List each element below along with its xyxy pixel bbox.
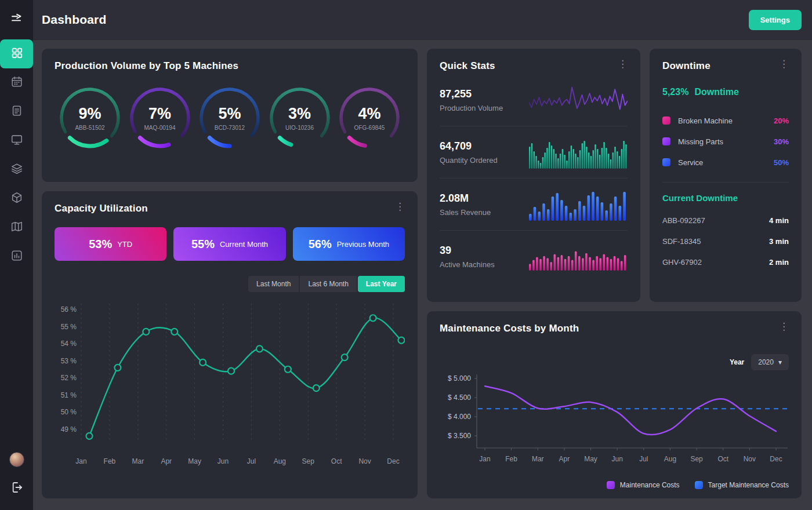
sidebar-item-analytics[interactable] (0, 242, 33, 271)
sparkline-quantity-ordered (529, 136, 628, 169)
menu-toggle-button[interactable] (0, 0, 33, 39)
avatar (9, 452, 24, 467)
downtime-item-missing-parts: Missing Parts 30% (662, 131, 789, 152)
gauge-machine-4: 3%UIO-10236 (267, 85, 333, 151)
kebab-menu-icon[interactable]: ⋮ (775, 57, 792, 71)
current-downtime-row: GHV-67902 2 min (662, 252, 789, 272)
calendar-icon (10, 75, 23, 90)
svg-text:$ 4.000: $ 4.000 (448, 413, 471, 421)
downtime-item-label: Missing Parts (678, 137, 723, 146)
year-value: 2020 (758, 358, 774, 366)
machine-id: ABB-092267 (662, 216, 705, 225)
page-title: Dashboard (42, 13, 107, 27)
downtime-item-percent: 50% (774, 158, 789, 167)
production-volume-card: Production Volume by Top 5 Machines 9%AB… (42, 49, 418, 182)
legend-label: Target Maintenance Costs (708, 481, 789, 489)
downtime-percent: 5,23% (662, 87, 688, 97)
stat-label: Production Volume (440, 104, 515, 112)
downtime-breakdown: Broken Machine 20% Missing Parts 30% Ser… (662, 110, 789, 173)
map-icon (10, 220, 23, 235)
gauge-machine-id: BCD-73012 (215, 125, 245, 131)
svg-text:May: May (188, 457, 201, 465)
svg-text:Apr: Apr (559, 455, 570, 463)
svg-text:49 %: 49 % (61, 425, 77, 434)
svg-text:Mar: Mar (132, 457, 144, 465)
year-label: Year (730, 358, 744, 366)
gauge-machine-5: 4%OFG-69845 (336, 85, 403, 151)
chevron-down-icon: ▾ (778, 358, 782, 366)
gauge-value: 5% (218, 105, 241, 123)
svg-text:Jun: Jun (217, 457, 229, 465)
capacity-utilization-card: Capacity Utilization ⋮ 53% YTD 55% Curre… (42, 191, 418, 498)
package-cube-icon (10, 191, 23, 206)
legend-chip-purple (662, 137, 670, 145)
sidebar-item-dashboard[interactable] (0, 39, 33, 68)
sidebar-item-calendar[interactable] (0, 68, 33, 97)
svg-text:May: May (584, 455, 597, 463)
downtime-item-label: Broken Machine (678, 116, 733, 125)
stat-sales-revenue: 2.08M Sales Revenue (440, 178, 628, 230)
gauge-machine-id: UIO-10236 (285, 125, 314, 131)
sidebar-item-report[interactable] (0, 97, 33, 126)
svg-text:$ 5.000: $ 5.000 (448, 374, 471, 382)
svg-text:Sep: Sep (302, 457, 315, 465)
pill-label: Current Month (220, 240, 268, 249)
sidebar-spacer (0, 271, 33, 445)
svg-text:Jan: Jan (479, 455, 490, 463)
menu-arrow-icon (10, 12, 24, 28)
svg-text:54 %: 54 % (61, 340, 77, 348)
tab-last-6-month[interactable]: Last 6 Month (300, 276, 356, 292)
sidebar-item-monitor[interactable] (0, 126, 33, 155)
report-document-icon (10, 104, 23, 119)
pill-label: Previous Month (337, 240, 389, 249)
downtime-item-service: Service 50% (662, 152, 789, 173)
sparkline-production-volume (529, 82, 628, 118)
legend-chip-pink (662, 116, 670, 125)
bar-chart-icon (10, 249, 23, 264)
user-avatar-button[interactable] (0, 445, 33, 474)
downtime-item-label: Service (678, 158, 703, 167)
gauge-value: 9% (78, 105, 101, 123)
stat-active-machines: 39 Active Machines (440, 231, 628, 282)
stat-label: Active Machines (440, 260, 515, 269)
legend-target-maintenance-costs: Target Maintenance Costs (695, 481, 789, 489)
sidebar-item-layers[interactable] (0, 155, 33, 184)
sparkline-sales-revenue (529, 188, 628, 221)
kebab-menu-icon[interactable]: ⋮ (392, 199, 408, 214)
kebab-menu-icon[interactable]: ⋮ (775, 319, 792, 334)
legend-label: Maintenance Costs (620, 481, 680, 489)
settings-button[interactable]: Settings (749, 10, 802, 30)
capacity-pills-row: 53% YTD 55% Current Month 56% Previous M… (55, 227, 405, 261)
stat-label: Quantity Ordered (440, 156, 515, 165)
downtime-minutes: 3 min (769, 237, 789, 246)
sidebar-item-package[interactable] (0, 184, 33, 213)
capacity-line-chart: JanFebMarAprMayJunJulAugSepOctNovDec56 %… (55, 297, 405, 471)
year-select[interactable]: 2020 ▾ (751, 354, 789, 370)
logout-button[interactable] (0, 474, 33, 503)
downtime-highlight: 5,23% Downtime (662, 87, 789, 97)
capacity-utilization-title: Capacity Utilization (55, 203, 405, 214)
downtime-item-percent: 20% (774, 116, 789, 125)
pill-value: 55% (191, 238, 215, 251)
top-header: Dashboard Settings (33, 0, 812, 39)
stat-label: Sales Revenue (440, 208, 515, 217)
gauge-value: 3% (288, 105, 311, 123)
gauge-value: 4% (358, 105, 380, 123)
svg-text:Nov: Nov (744, 455, 756, 463)
svg-text:Jul: Jul (247, 457, 256, 465)
pill-label: YTD (117, 240, 132, 249)
dashboard-app: Dashboard Settings Production Volume by … (0, 0, 812, 510)
svg-text:Dec: Dec (387, 457, 399, 465)
gauge-machine-3: 5%BCD-73012 (197, 85, 263, 151)
sidebar-item-map[interactable] (0, 213, 33, 242)
svg-text:Aug: Aug (664, 455, 676, 463)
sparkline-active-machines (529, 243, 628, 271)
legend-chip-blue (662, 158, 670, 166)
tab-last-year[interactable]: Last Year (358, 276, 405, 292)
kebab-menu-icon[interactable]: ⋮ (614, 57, 631, 71)
tab-last-month[interactable]: Last Month (248, 276, 299, 292)
capacity-pill-ytd: 53% YTD (55, 227, 166, 261)
downtime-title: Downtime (662, 60, 789, 72)
layers-icon (10, 162, 23, 177)
monitor-icon (10, 133, 23, 148)
